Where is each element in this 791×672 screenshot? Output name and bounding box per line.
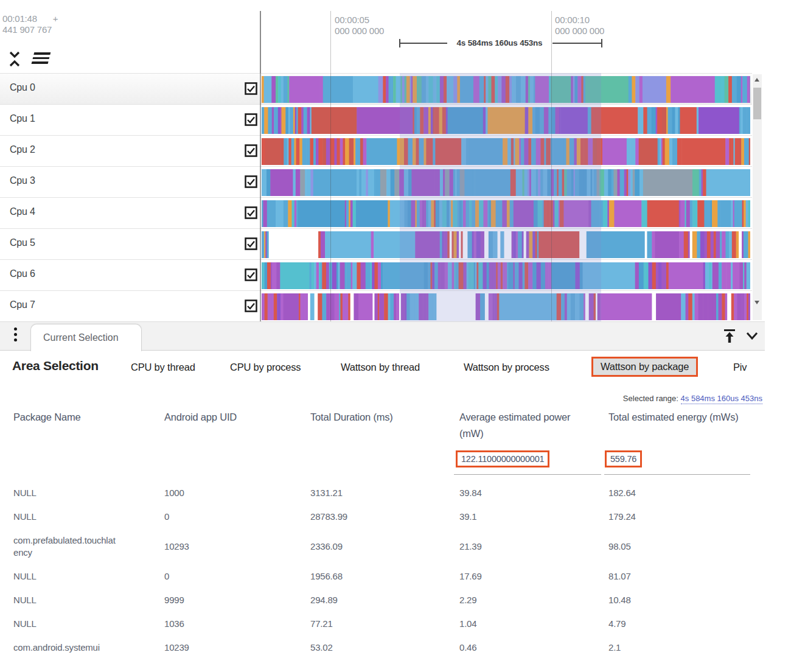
range-bracket-right-line xyxy=(552,43,601,44)
scrollbar-down-arrow-icon[interactable] xyxy=(754,301,759,304)
plus-marker: + xyxy=(53,13,58,24)
area-selection-overlay[interactable] xyxy=(400,73,601,321)
table-row: NULL028783.9939.1179.24 xyxy=(0,505,767,528)
table-cell: 182.64 xyxy=(608,487,751,499)
chevron-down-icon[interactable] xyxy=(744,328,761,346)
table-cell: NULL xyxy=(13,618,164,630)
details-tab-strip: Current Selection xyxy=(0,321,765,351)
area-tab-wattson-by-thread[interactable]: Wattson by thread xyxy=(341,362,420,373)
column-header-package-name: Package Name xyxy=(13,409,135,425)
perfetto-trace-viewer: 00:01:48+ 441 907 767 00:00:05 000 000 0… xyxy=(0,0,791,672)
track-checkbox[interactable] xyxy=(245,299,257,312)
scrollbar-thumb[interactable] xyxy=(753,88,761,119)
ruler-gridline-5s xyxy=(330,11,331,73)
scrollbar-up-arrow-icon[interactable] xyxy=(754,78,759,82)
track-checkbox[interactable] xyxy=(245,237,257,250)
kebab-menu-icon[interactable] xyxy=(12,327,18,346)
range-bracket-left-line xyxy=(400,43,447,44)
track-row-cpu-1: Cpu 1 xyxy=(0,104,752,135)
table-cell: com.android.systemui xyxy=(13,642,164,654)
track-checkbox[interactable] xyxy=(245,113,257,126)
track-label: Cpu 5 xyxy=(10,237,35,248)
track-checkbox[interactable] xyxy=(245,206,257,219)
track-checkbox[interactable] xyxy=(245,175,257,188)
area-tab-cpu-by-thread[interactable]: CPU by thread xyxy=(131,362,195,373)
column-header-android-uid: Android app UID xyxy=(164,409,292,425)
timeline-marker-10s: 00:00:10 000 000 000 xyxy=(555,15,604,37)
track-label: Cpu 7 xyxy=(10,299,35,310)
table-cell: 0 xyxy=(164,570,310,583)
table-cell: 2336.09 xyxy=(310,541,459,553)
table-cell: 10293 xyxy=(164,541,310,553)
track-row-cpu-2: Cpu 2 xyxy=(0,135,752,166)
area-tab-piv[interactable]: Piv xyxy=(733,362,747,373)
track-row-cpu-3: Cpu 3 xyxy=(0,166,752,197)
table-cell: com.prefabulated.touchlatency xyxy=(13,534,164,559)
track-row-cpu-5: Cpu 5 xyxy=(0,228,752,259)
column-header-avg-power: Average estimated power (mW) xyxy=(459,409,572,442)
table-cell: 1000 xyxy=(164,487,310,499)
table-cell: 2.1 xyxy=(608,642,751,654)
track-scrollbar[interactable] xyxy=(753,74,762,320)
area-tab-wattson-by-process[interactable]: Wattson by process xyxy=(464,362,549,373)
track-row-cpu-0: Cpu 0 xyxy=(0,73,752,104)
summary-avg-power-highlight: 122.11000000000001 xyxy=(456,450,549,467)
table-cell: 53.02 xyxy=(310,642,459,654)
table-row: NULL103677.211.044.79 xyxy=(0,612,767,635)
table-cell: 21.39 xyxy=(459,541,608,553)
track-row-cpu-4: Cpu 4 xyxy=(0,197,752,228)
table-cell: 0.46 xyxy=(459,642,608,654)
table-cell: 39.1 xyxy=(459,511,608,523)
table-cell: 179.24 xyxy=(608,511,751,523)
track-gridline-5s xyxy=(330,73,331,321)
table-cell: 4.79 xyxy=(608,618,751,630)
table-cell: 3131.21 xyxy=(310,487,459,499)
range-bracket-right-tick xyxy=(601,39,602,47)
table-cell: 28783.99 xyxy=(310,511,459,523)
table-cell: 98.05 xyxy=(608,541,751,553)
table-cell: 1.04 xyxy=(459,618,608,630)
track-label: Cpu 1 xyxy=(10,113,35,124)
table-row: com.android.systemui1023953.020.462.1 xyxy=(0,635,767,659)
tab-current-selection-label: Current Selection xyxy=(43,332,119,343)
timeline-marker-5s: 00:00:05 000 000 000 xyxy=(335,15,384,37)
track-checkbox[interactable] xyxy=(245,82,257,95)
table-row: NULL01956.6817.6981.07 xyxy=(0,564,767,588)
track-row-cpu-6: Cpu 6 xyxy=(0,259,752,290)
track-label: Cpu 2 xyxy=(10,144,35,155)
panel-title: Area Selection xyxy=(12,359,99,373)
track-row-cpu-7: Cpu 7 xyxy=(0,290,752,321)
summary-underline-energy xyxy=(604,474,750,475)
selected-range-label: Selected range: xyxy=(623,394,678,403)
track-checkbox[interactable] xyxy=(245,268,257,281)
ruler-gridline-start xyxy=(260,11,261,73)
track-filter-menu-icon[interactable] xyxy=(33,52,49,66)
table-cell: 294.89 xyxy=(310,594,459,606)
table-cell: 10239 xyxy=(164,642,310,654)
summary-underline-power xyxy=(454,474,601,475)
table-row: NULL9999294.892.2910.48 xyxy=(0,588,767,612)
table-cell: NULL xyxy=(13,487,164,499)
summary-total-energy-value: 559.76 xyxy=(610,454,636,464)
selection-duration-label: 4s 584ms 160us 453ns xyxy=(445,38,554,47)
collapse-tracks-icon[interactable] xyxy=(7,50,22,71)
dock-to-top-icon[interactable] xyxy=(722,326,737,347)
summary-avg-power-value: 122.11000000000001 xyxy=(461,454,544,464)
table-cell: 81.07 xyxy=(608,570,751,583)
table-cell: 0 xyxy=(164,511,310,523)
tab-current-selection[interactable]: Current Selection xyxy=(30,324,142,351)
column-header-total-energy: Total estimated energy (mWs) xyxy=(608,409,739,425)
time-ruler: 00:01:48+ 441 907 767 00:00:05 000 000 0… xyxy=(0,0,791,73)
table-row: com.prefabulated.touchlatency102932336.0… xyxy=(0,528,767,564)
table-cell: 77.21 xyxy=(310,618,459,630)
selected-range: Selected range: 4s 584ms 160us 453ns xyxy=(623,394,762,403)
table-cell: 1036 xyxy=(164,618,310,630)
table-cell: 1956.68 xyxy=(310,570,459,583)
area-tab-cpu-by-process[interactable]: CPU by process xyxy=(230,362,301,373)
track-checkbox[interactable] xyxy=(245,144,257,157)
selected-range-value-link[interactable]: 4s 584ms 160us 453ns xyxy=(681,394,762,404)
table-cell: 10.48 xyxy=(608,594,751,606)
area-tab-wattson-by-package[interactable]: Wattson by package xyxy=(591,357,698,377)
table-cell: 9999 xyxy=(164,594,310,606)
summary-total-energy-highlight: 559.76 xyxy=(605,450,642,467)
